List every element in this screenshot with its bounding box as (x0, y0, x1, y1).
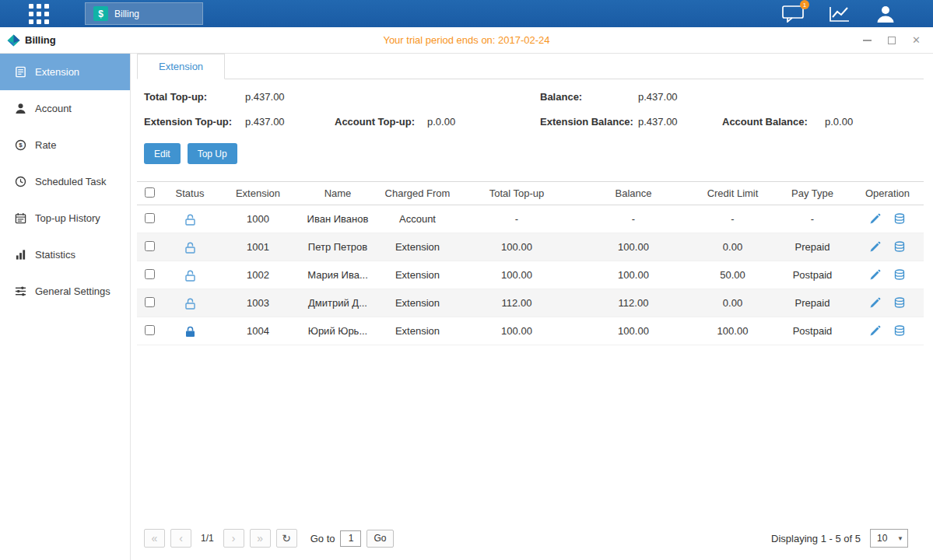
cell-credit-limit: 0.00 (692, 233, 773, 261)
cell-balance: 112.00 (575, 289, 692, 317)
table-row[interactable]: 1003 Дмитрий Д... Extension 112.00 112.0… (137, 289, 924, 317)
refresh-button[interactable]: ↻ (276, 529, 297, 548)
sidebar-item-general-settings[interactable]: General Settings (0, 273, 130, 310)
sidebar: Extension Account $ Rate (0, 54, 131, 560)
topup-icon[interactable] (893, 325, 906, 337)
statistics-chart-icon[interactable] (829, 5, 851, 23)
page-size-value: 10 (877, 533, 887, 544)
sidebar-item-label: Extension (35, 66, 79, 78)
topup-icon[interactable] (893, 269, 906, 281)
billing-app-tab[interactable]: $ Billing (85, 2, 203, 25)
calendar-icon (15, 212, 26, 224)
locked-icon (185, 326, 195, 338)
cell-balance: - (575, 205, 692, 233)
edit-icon[interactable] (869, 269, 881, 281)
billing-logo-icon (7, 34, 20, 47)
topup-icon[interactable] (893, 297, 906, 309)
unlocked-icon (185, 298, 195, 310)
table-header-row: Status Extension Name Charged From Total… (137, 182, 924, 205)
top-up-button[interactable]: Top Up (188, 143, 237, 164)
sidebar-item-label: Scheduled Task (35, 176, 107, 187)
pagination-bar: « ‹ 1/1 › » ↻ Go to Go Displaying 1 - 5 … (137, 524, 924, 560)
edit-icon[interactable] (869, 325, 881, 337)
extension-icon (15, 66, 26, 78)
minimize-button[interactable] (863, 40, 872, 41)
table-row[interactable]: 1001 Петр Петров Extension 100.00 100.00… (137, 233, 924, 261)
sidebar-item-extension[interactable]: Extension (0, 54, 130, 90)
last-page-button[interactable]: » (250, 529, 271, 548)
header-total-topup: Total Top-up (458, 182, 575, 205)
close-button[interactable]: ✕ (912, 35, 921, 45)
edit-icon[interactable] (869, 241, 881, 253)
cell-balance: 100.00 (575, 233, 692, 261)
tab-extension[interactable]: Extension (137, 54, 225, 79)
sliders-icon (15, 285, 26, 297)
edit-icon[interactable] (869, 297, 881, 309)
account-balance-value: p.0.00 (825, 116, 924, 128)
extension-table: Status Extension Name Charged From Total… (137, 181, 924, 345)
cell-credit-limit: - (692, 205, 773, 233)
balance-value: p.437.00 (638, 91, 722, 103)
table-row[interactable]: 1004 Юрий Юрь... Extension 100.00 100.00… (137, 317, 924, 345)
cell-name: Петр Петров (299, 233, 377, 261)
cell-pay-type: Postpaid (773, 261, 851, 289)
goto-label: Go to (310, 533, 335, 544)
sidebar-item-scheduled-task[interactable]: Scheduled Task (0, 163, 130, 200)
first-page-button[interactable]: « (144, 529, 165, 548)
cell-extension: 1002 (217, 261, 299, 289)
messages-icon[interactable]: 1 (782, 5, 804, 23)
maximize-button[interactable] (888, 37, 896, 44)
notification-badge: 1 (800, 0, 809, 9)
user-account-icon[interactable] (875, 5, 896, 23)
sidebar-item-statistics[interactable]: Statistics (0, 236, 130, 273)
cell-name: Иван Иванов (299, 205, 377, 233)
billing-app-window: $ Billing 1 (0, 0, 933, 560)
displaying-text: Displaying 1 - 5 of 5 (771, 533, 861, 544)
header-name: Name (299, 182, 377, 205)
edit-button[interactable]: Edit (144, 143, 181, 164)
sidebar-item-label: Account (35, 103, 72, 114)
sidebar-item-label: Rate (35, 139, 56, 151)
tab-bar: Extension (137, 54, 924, 79)
next-page-button[interactable]: › (223, 529, 244, 548)
extension-topup-label: Extension Top-up: (144, 116, 245, 128)
page-size-select[interactable]: 10 ▼ (870, 529, 908, 548)
cell-total-topup: 112.00 (458, 289, 575, 317)
table-row[interactable]: 1002 Мария Ива... Extension 100.00 100.0… (137, 261, 924, 289)
billing-tab-label: Billing (114, 9, 139, 19)
go-button[interactable]: Go (367, 530, 393, 548)
sidebar-item-topup-history[interactable]: Top-up History (0, 200, 130, 236)
row-checkbox[interactable] (145, 325, 155, 335)
cell-extension: 1003 (217, 289, 299, 317)
row-checkbox[interactable] (145, 297, 155, 307)
pagination-right: Displaying 1 - 5 of 5 10 ▼ (771, 529, 908, 548)
cell-pay-type: Prepaid (773, 233, 851, 261)
cell-name: Мария Ива... (299, 261, 377, 289)
topup-icon[interactable] (893, 213, 906, 225)
select-all-checkbox[interactable] (145, 187, 155, 198)
row-checkbox[interactable] (145, 241, 155, 251)
main-content: Extension Total Top-up: p.437.00 Balance… (131, 54, 933, 560)
sidebar-item-rate[interactable]: $ Rate (0, 127, 130, 163)
svg-text:$: $ (19, 142, 23, 149)
header-extension: Extension (217, 182, 299, 205)
apps-grid-icon[interactable] (29, 4, 51, 24)
cell-total-topup: 100.00 (458, 317, 575, 345)
clock-icon (15, 176, 26, 187)
account-icon (15, 103, 26, 114)
account-topup-label: Account Top-up: (335, 116, 427, 128)
sidebar-item-account[interactable]: Account (0, 90, 130, 127)
row-checkbox[interactable] (145, 269, 155, 279)
cell-charged-from: Account (377, 205, 458, 233)
balance-label: Balance: (540, 91, 638, 103)
sidebar-item-label: General Settings (35, 285, 110, 297)
header-pay-type: Pay Type (773, 182, 851, 205)
topup-icon[interactable] (893, 241, 906, 253)
goto-page-input[interactable] (340, 530, 361, 547)
edit-icon[interactable] (869, 213, 881, 225)
cell-balance: 100.00 (575, 261, 692, 289)
prev-page-button[interactable]: ‹ (170, 529, 191, 548)
table-row[interactable]: 1000 Иван Иванов Account - - - - (137, 205, 924, 233)
account-topup-value: p.0.00 (427, 116, 540, 128)
row-checkbox[interactable] (145, 213, 155, 223)
